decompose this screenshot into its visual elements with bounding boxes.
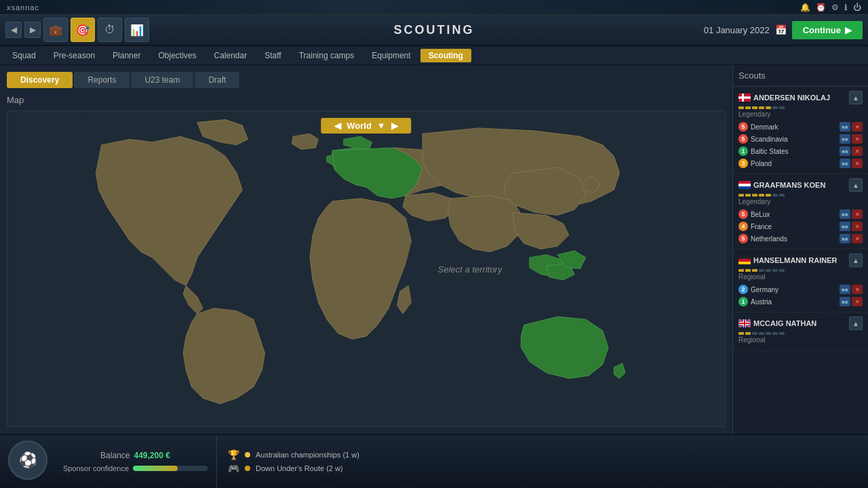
- svg-rect-22: [738, 323, 751, 324]
- nav-left: ◀ ▶ 💼 🎯 ⏱ 📊: [5, 18, 149, 42]
- scout-andersen-header: ANDERSEN NIKOLAJ ▲: [738, 91, 863, 104]
- scout-hanselmann-promote-button[interactable]: ▲: [849, 253, 863, 267]
- bell-icon[interactable]: 🔔: [800, 3, 810, 12]
- region-belux-remove-button[interactable]: ✕: [852, 209, 863, 219]
- star-7: [779, 269, 785, 272]
- tab-squad[interactable]: Squad: [4, 49, 44, 62]
- scout-tab-u23[interactable]: U23 team: [131, 72, 193, 88]
- scout-andersen-level: Legendary: [738, 110, 863, 118]
- region-austria-edit-button[interactable]: ■■: [840, 297, 850, 306]
- map-panel: Discovery Reports U23 team Draft Map ◀ W…: [0, 65, 732, 434]
- star-1: [738, 194, 744, 197]
- scout-icon-button[interactable]: 🎯: [71, 18, 95, 42]
- power-icon[interactable]: ⏻: [853, 3, 861, 12]
- star-3: [752, 269, 757, 272]
- balance-label: Balance: [100, 451, 130, 460]
- continue-arrow-icon: ▶: [845, 25, 852, 35]
- tab-preseason[interactable]: Pre-season: [45, 49, 103, 62]
- world-prev-icon: ◀: [334, 121, 341, 131]
- region-baltic-remove-button[interactable]: ✕: [852, 146, 863, 156]
- region-denmark-edit-button[interactable]: ■■: [840, 122, 850, 131]
- nav-prev-button[interactable]: ◀: [5, 22, 22, 38]
- star-4: [759, 106, 764, 109]
- world-selector-button[interactable]: ◀ World ▼ ▶: [321, 118, 411, 134]
- star-3: [752, 332, 757, 335]
- svg-rect-9: [738, 184, 751, 186]
- star-1: [738, 332, 744, 335]
- scout-mccaig-header: MCCAIG NATHAN ▲: [738, 317, 863, 330]
- chart-icon-button[interactable]: 📊: [125, 18, 149, 42]
- region-germany: 2 Germany ■■ ✕: [738, 283, 863, 296]
- region-denmark-remove-button[interactable]: ✕: [852, 122, 863, 131]
- tab-scouting[interactable]: Scouting: [420, 49, 471, 62]
- scout-hanselmann-header: HANSELMANN RAINER ▲: [738, 253, 863, 267]
- map-container[interactable]: ◀ World ▼ ▶: [7, 110, 726, 427]
- scout-tab-draft[interactable]: Draft: [195, 72, 239, 88]
- scout-hanselmann-name: HANSELMANN RAINER: [753, 256, 849, 264]
- game-icon: 🎮: [228, 463, 239, 474]
- scout-mccaig: MCCAIG NATHAN ▲ Regional: [733, 312, 868, 351]
- star-5: [766, 106, 771, 109]
- region-france-remove-button[interactable]: ✕: [852, 222, 863, 231]
- region-baltic-edit-button[interactable]: ■■: [840, 146, 850, 156]
- nav-right: 01 January 2022 📅 Continue ▶: [704, 21, 863, 39]
- tab-objectives[interactable]: Objectives: [150, 49, 204, 62]
- scout-mccaig-level: Regional: [738, 336, 863, 344]
- region-scandinavia-remove-button[interactable]: ✕: [852, 134, 863, 144]
- scout-graafmans-promote-button[interactable]: ▲: [849, 178, 863, 192]
- star-6: [772, 106, 778, 109]
- region-germany-remove-button[interactable]: ✕: [852, 285, 863, 294]
- trophy-icon: 🏆: [228, 449, 239, 460]
- region-austria-remove-button[interactable]: ✕: [852, 297, 863, 306]
- region-belux-edit-button[interactable]: ■■: [840, 209, 850, 219]
- calendar-icon[interactable]: 📅: [775, 24, 787, 35]
- star-6: [772, 269, 778, 272]
- scout-mccaig-promote-button[interactable]: ▲: [849, 317, 863, 330]
- region-belux-name: BeLux: [751, 211, 837, 218]
- continue-button[interactable]: Continue ▶: [792, 21, 863, 39]
- scouts-panel: Scouts ANDERSEN NIKOLAJ ▲: [732, 65, 868, 434]
- scout-hanselmann: HANSELMANN RAINER ▲ Regional 2 Germany ■…: [733, 249, 868, 312]
- tab-training-camps[interactable]: Training camps: [291, 49, 363, 62]
- map-title: Map: [7, 95, 726, 105]
- tab-staff[interactable]: Staff: [256, 49, 289, 62]
- info-icon[interactable]: ℹ: [844, 3, 848, 12]
- top-bar: xsannac 🔔 ⏰ ⚙ ℹ ⏻: [0, 0, 868, 15]
- region-netherlands-edit-button[interactable]: ■■: [840, 234, 850, 243]
- region-belux-priority: 5: [738, 209, 748, 219]
- confidence-bar: [133, 466, 208, 471]
- tab-equipment[interactable]: Equipment: [363, 49, 418, 62]
- svg-rect-10: [738, 186, 751, 189]
- timer-icon-button[interactable]: ⏱: [98, 18, 122, 42]
- team-icon-button[interactable]: 💼: [43, 18, 68, 42]
- region-scandinavia-edit-button[interactable]: ■■: [840, 134, 850, 144]
- world-dropdown-icon: ▼: [377, 121, 386, 131]
- tab-planner[interactable]: Planner: [104, 49, 149, 62]
- nav-next-button[interactable]: ▶: [24, 22, 41, 38]
- tab-calendar[interactable]: Calendar: [205, 49, 255, 62]
- scout-andersen-promote-button[interactable]: ▲: [849, 91, 863, 104]
- star-7: [779, 332, 785, 335]
- region-baltic: 1 Baltic States ■■ ✕: [738, 145, 863, 157]
- scout-hanselmann-level: Regional: [738, 273, 863, 281]
- clock-icon[interactable]: ⏰: [816, 3, 826, 12]
- region-poland-edit-button[interactable]: ■■: [840, 159, 850, 168]
- region-baltic-actions: ■■ ✕: [840, 146, 863, 156]
- scout-graafmans-level: Legendary: [738, 198, 863, 205]
- region-germany-edit-button[interactable]: ■■: [840, 285, 850, 294]
- region-austria-priority: 1: [738, 297, 748, 306]
- settings-icon[interactable]: ⚙: [831, 3, 839, 12]
- main-nav: ◀ ▶ 💼 🎯 ⏱ 📊 SCOUTING 01 January 2022 📅 C…: [0, 15, 868, 46]
- team-logo: ⚽: [8, 441, 47, 480]
- flag-gb-icon: [738, 319, 751, 327]
- region-france-edit-button[interactable]: ■■: [840, 222, 850, 231]
- scout-tab-discovery[interactable]: Discovery: [7, 72, 73, 88]
- region-poland-remove-button[interactable]: ✕: [852, 159, 863, 168]
- flag-nl-icon: [738, 181, 751, 189]
- event-1-text: Australian championships (1 w): [256, 451, 359, 459]
- scout-tab-reports[interactable]: Reports: [74, 72, 130, 88]
- region-scandinavia-name: Scandinavia: [751, 136, 837, 143]
- region-austria: 1 Austria ■■ ✕: [738, 296, 863, 308]
- svg-rect-13: [738, 262, 751, 264]
- region-netherlands-remove-button[interactable]: ✕: [852, 234, 863, 243]
